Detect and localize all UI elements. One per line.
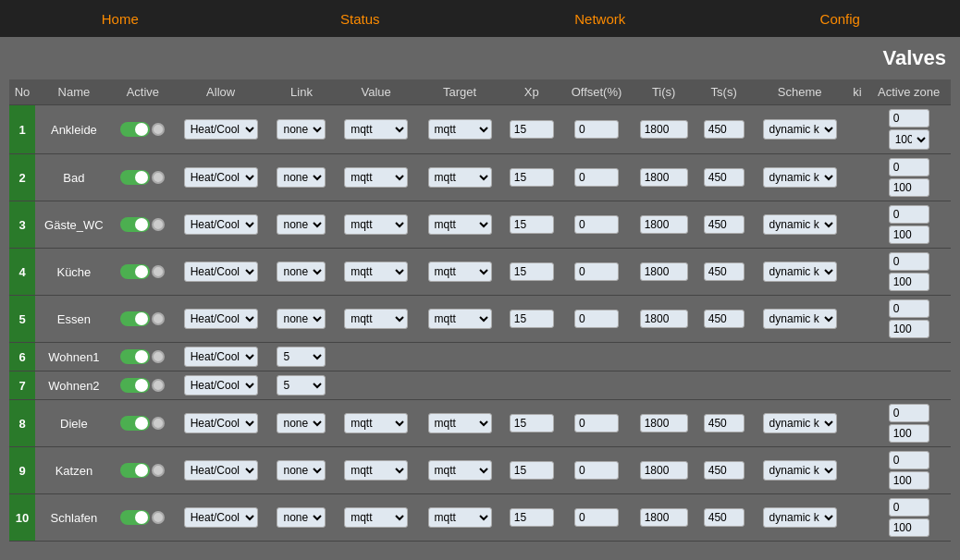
- row-allow[interactable]: Heat/CoolHeatCool: [173, 343, 269, 371]
- row-target[interactable]: mqttmodbusmanual: [418, 154, 501, 201]
- offset-input[interactable]: [574, 215, 619, 234]
- row-xp[interactable]: [501, 201, 561, 249]
- xp-input[interactable]: [510, 508, 554, 527]
- row-scheme[interactable]: dynamic kistaticnone: [752, 249, 848, 296]
- nav-item-network[interactable]: Network: [480, 2, 720, 36]
- xp-input[interactable]: [510, 168, 554, 187]
- row-offset[interactable]: [561, 154, 631, 201]
- row-ts[interactable]: [696, 494, 752, 542]
- xp-input[interactable]: [510, 310, 554, 328]
- row-value[interactable]: mqttmodbusmanual: [335, 249, 418, 296]
- row-scheme[interactable]: [752, 371, 848, 400]
- allow-select[interactable]: Heat/CoolHeatCool: [184, 167, 258, 188]
- ti-input[interactable]: [640, 461, 688, 480]
- xp-input[interactable]: [510, 215, 554, 234]
- row-allow[interactable]: Heat/CoolHeatCool: [173, 201, 269, 249]
- allow-select[interactable]: Heat/CoolHeatCool: [184, 507, 258, 528]
- target-select[interactable]: mqttmodbusmanual: [428, 262, 492, 282]
- toggle-switch[interactable]: [120, 311, 150, 326]
- target-select[interactable]: mqttmodbusmanual: [428, 214, 492, 235]
- target-select[interactable]: mqttmodbusmanual: [428, 119, 492, 140]
- row-scheme[interactable]: dynamic kistaticnone: [752, 400, 848, 447]
- target-select[interactable]: mqttmodbusmanual: [428, 309, 492, 329]
- active-zone-top-input[interactable]: [889, 158, 929, 177]
- row-target[interactable]: [418, 371, 501, 400]
- offset-input[interactable]: [574, 310, 619, 328]
- row-value[interactable]: mqttmodbusmanual: [335, 154, 418, 201]
- row-link[interactable]: none12345678910: [268, 154, 334, 201]
- row-scheme[interactable]: [752, 343, 848, 371]
- scheme-select[interactable]: dynamic kistaticnone: [763, 167, 837, 188]
- row-value[interactable]: [335, 343, 418, 371]
- value-select[interactable]: mqttmodbusmanual: [344, 507, 408, 528]
- row-ti[interactable]: [632, 201, 696, 249]
- row-link[interactable]: none12345678910: [268, 494, 334, 542]
- row-active-zone[interactable]: [867, 371, 951, 400]
- row-ts[interactable]: [696, 447, 752, 494]
- xp-input[interactable]: [510, 414, 554, 432]
- link-select[interactable]: none12345678910: [277, 347, 326, 367]
- ti-input[interactable]: [640, 508, 688, 527]
- row-ti[interactable]: [632, 400, 696, 447]
- scheme-select[interactable]: dynamic kistaticnone: [763, 119, 837, 140]
- row-active-zone[interactable]: 100507525: [867, 105, 951, 154]
- row-xp[interactable]: [501, 154, 561, 201]
- row-ts[interactable]: [696, 296, 752, 343]
- row-scheme[interactable]: dynamic kistaticnone: [752, 154, 848, 201]
- link-select[interactable]: none12345678910: [277, 262, 326, 282]
- row-target[interactable]: mqttmodbusmanual: [418, 447, 501, 494]
- active-zone-bot-input[interactable]: [889, 273, 929, 291]
- ts-input[interactable]: [704, 461, 745, 480]
- row-offset[interactable]: [561, 400, 631, 447]
- row-xp[interactable]: [501, 371, 561, 400]
- row-target[interactable]: mqttmodbusmanual: [418, 296, 501, 343]
- value-select[interactable]: mqttmodbusmanual: [344, 167, 408, 188]
- row-target[interactable]: mqttmodbusmanual: [418, 105, 501, 154]
- active-zone-bot-input[interactable]: [889, 225, 929, 244]
- link-select[interactable]: none12345678910: [277, 167, 326, 188]
- row-ti[interactable]: [632, 371, 696, 400]
- row-xp[interactable]: [501, 494, 561, 542]
- allow-select[interactable]: Heat/CoolHeatCool: [184, 375, 258, 396]
- toggle-switch[interactable]: [120, 463, 150, 478]
- row-link[interactable]: none12345678910: [268, 201, 334, 249]
- offset-input[interactable]: [574, 168, 619, 187]
- row-target[interactable]: mqttmodbusmanual: [418, 494, 501, 542]
- active-zone-bot-select[interactable]: 100507525: [889, 129, 929, 150]
- allow-select[interactable]: Heat/CoolHeatCool: [184, 460, 258, 481]
- allow-select[interactable]: Heat/CoolHeatCool: [184, 309, 258, 329]
- row-link[interactable]: none12345678910: [268, 371, 334, 400]
- nav-item-status[interactable]: Status: [240, 2, 481, 36]
- ts-input[interactable]: [704, 414, 745, 432]
- row-scheme[interactable]: dynamic kistaticnone: [752, 296, 848, 343]
- link-select[interactable]: none12345678910: [277, 460, 326, 481]
- ts-input[interactable]: [704, 120, 745, 139]
- active-zone-top-input[interactable]: [889, 451, 929, 469]
- row-link[interactable]: none12345678910: [268, 343, 334, 371]
- value-select[interactable]: mqttmodbusmanual: [344, 119, 408, 140]
- row-active-zone[interactable]: [867, 201, 951, 249]
- row-ti[interactable]: [632, 494, 696, 542]
- row-target[interactable]: mqttmodbusmanual: [418, 249, 501, 296]
- row-active[interactable]: [113, 343, 173, 371]
- active-zone-top-input[interactable]: [889, 109, 929, 128]
- row-value[interactable]: [335, 371, 418, 400]
- active-zone-bot-input[interactable]: [889, 320, 929, 338]
- row-ti[interactable]: [632, 447, 696, 494]
- link-select[interactable]: none12345678910: [277, 309, 326, 329]
- row-offset[interactable]: [561, 296, 631, 343]
- ti-input[interactable]: [640, 414, 688, 432]
- active-zone-top-input[interactable]: [889, 299, 929, 318]
- value-select[interactable]: mqttmodbusmanual: [344, 309, 408, 329]
- row-value[interactable]: mqttmodbusmanual: [335, 447, 418, 494]
- target-select[interactable]: mqttmodbusmanual: [428, 507, 492, 528]
- scheme-select[interactable]: dynamic kistaticnone: [763, 309, 837, 329]
- value-select[interactable]: mqttmodbusmanual: [344, 262, 408, 282]
- row-ts[interactable]: [696, 201, 752, 249]
- nav-item-config[interactable]: Config: [720, 2, 961, 36]
- value-select[interactable]: mqttmodbusmanual: [344, 214, 408, 235]
- scheme-select[interactable]: dynamic kistaticnone: [763, 413, 837, 433]
- row-target[interactable]: [418, 343, 501, 371]
- toggle-switch[interactable]: [120, 217, 150, 232]
- row-xp[interactable]: [501, 343, 561, 371]
